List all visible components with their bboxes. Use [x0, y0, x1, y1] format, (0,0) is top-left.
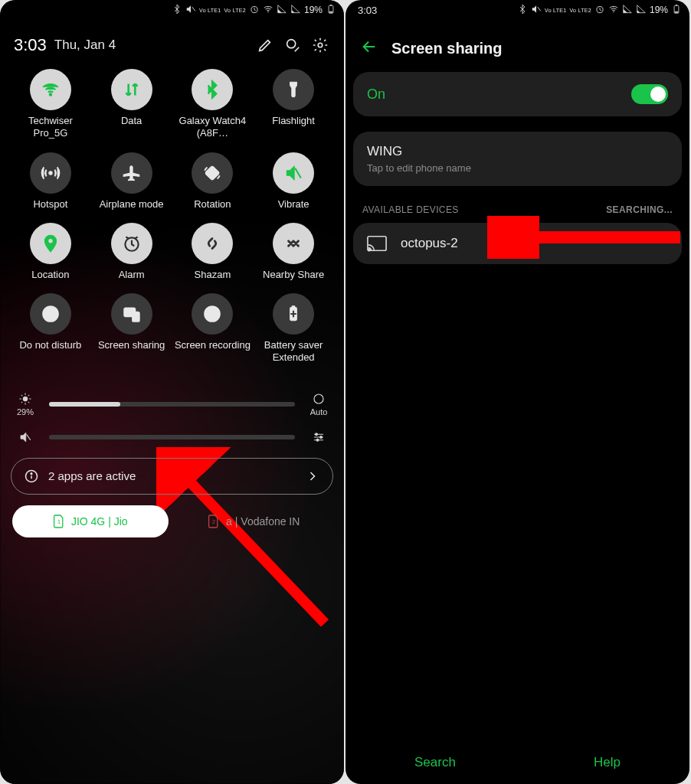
volte2-indicator: Vo LTE2 — [224, 8, 246, 13]
signal2-icon — [290, 4, 301, 17]
active-apps-text: 2 apps are active — [48, 469, 136, 482]
tile-screen-sharing[interactable]: Screen sharing — [93, 293, 170, 364]
tile-dnd[interactable]: Do not disturb — [12, 293, 89, 364]
tile-bluetooth[interactable]: Galaxy Watch4 (A8F… — [175, 69, 251, 140]
tile-label: Galaxy Watch4 (A8F… — [175, 115, 251, 140]
page-title: Screen sharing — [391, 40, 503, 57]
mute-icon — [185, 4, 196, 17]
volte2-indicator: Vo LTE2 — [570, 8, 591, 13]
volte1-indicator: Vo LTE1 — [545, 8, 566, 13]
svg-point-25 — [23, 397, 28, 401]
tile-airplane[interactable]: Airplane mode — [93, 152, 170, 211]
edit-icon[interactable] — [255, 35, 275, 55]
phone-name-hint: Tap to edit phone name — [367, 162, 471, 174]
svg-point-13 — [48, 239, 52, 243]
sim2-button[interactable]: 2 a | Vodafone IN — [176, 505, 332, 537]
signal1-icon — [277, 4, 287, 17]
svg-rect-5 — [329, 11, 333, 12]
battery-icon — [326, 4, 336, 17]
svg-point-29 — [320, 436, 323, 438]
tile-hotspot[interactable]: Hotspot — [12, 152, 89, 211]
tile-label: Shazam — [195, 269, 231, 281]
tile-label: Flashlight — [272, 115, 315, 127]
phone-name-card[interactable]: WING Tap to edit phone name — [353, 132, 682, 186]
tile-label: Vibrate — [278, 198, 309, 211]
sim-row: 1 JIO 4G | Jio 2 a | Vodafone IN — [11, 495, 333, 545]
tile-label: Alarm — [119, 269, 145, 281]
svg-line-37 — [538, 7, 541, 11]
tile-battery-saver[interactable]: Battery saver Extended — [255, 293, 332, 364]
svg-rect-41 — [676, 5, 677, 5]
tile-location[interactable]: Location — [12, 223, 89, 281]
svg-rect-20 — [133, 312, 139, 322]
active-apps-pill[interactable]: 2 apps are active — [11, 458, 333, 495]
brightness-icon: 29% — [12, 392, 38, 416]
status-bar: Vo LTE1 Vo LTE2 19% — [0, 0, 344, 20]
volume-slider[interactable] — [49, 435, 295, 439]
on-label: On — [367, 87, 385, 103]
back-icon[interactable] — [361, 38, 378, 58]
tile-data[interactable]: Data — [93, 69, 170, 140]
quick-tiles-grid: Techwiser Pro_5G Data Galaxy Watch4 (A8F… — [11, 69, 333, 364]
search-icon[interactable] — [283, 35, 303, 55]
section-label: AVAILABLE DEVICES — [362, 204, 459, 215]
volte1-indicator: Vo LTE1 — [199, 8, 221, 13]
phone-name: WING — [367, 144, 402, 159]
tile-label: Hotspot — [33, 198, 67, 211]
settings-icon[interactable] — [310, 35, 330, 55]
svg-point-33 — [31, 472, 32, 474]
svg-line-7 — [295, 47, 300, 52]
tile-label: Data — [121, 115, 142, 127]
device-name: octopus-2 — [401, 236, 458, 251]
tile-flashlight[interactable]: Flashlight — [255, 69, 332, 140]
battery-pct: 19% — [304, 5, 323, 15]
toggle-switch[interactable] — [631, 84, 668, 104]
wifi-icon — [263, 4, 273, 17]
help-button[interactable]: Help — [594, 755, 621, 770]
battery-pct: 19% — [650, 5, 668, 15]
search-button[interactable]: Search — [414, 755, 456, 770]
quick-settings-panel: Vo LTE1 Vo LTE2 19% 3:03 Thu, Jan 4 Tech… — [0, 0, 344, 784]
bottom-actions: Search Help — [346, 755, 689, 770]
bluetooth-icon — [172, 4, 182, 17]
status-time: 3:03 — [353, 5, 377, 16]
sound-settings-icon[interactable] — [306, 430, 332, 444]
status-bar: 3:03 Vo LTE1 Vo LTE2 19% — [346, 0, 689, 20]
signal2-icon — [636, 4, 647, 17]
svg-point-22 — [210, 311, 216, 317]
qs-date: Thu, Jan 4 — [54, 38, 116, 53]
auto-brightness-toggle[interactable]: Auto — [306, 392, 332, 416]
svg-rect-42 — [675, 11, 679, 12]
svg-point-10 — [49, 171, 52, 174]
volume-slider-row — [12, 430, 332, 444]
mute-icon — [531, 4, 542, 17]
svg-line-27 — [27, 434, 31, 440]
svg-text:1: 1 — [57, 518, 61, 525]
tile-screen-recording[interactable]: Screen recording — [175, 293, 251, 364]
device-item[interactable]: octopus-2 — [353, 223, 682, 264]
tile-label: Battery saver Extended — [255, 339, 332, 364]
tile-vibrate[interactable]: Vibrate — [255, 152, 332, 211]
on-toggle-card[interactable]: On — [353, 72, 682, 116]
info-icon — [24, 469, 39, 484]
volume-mute-icon — [12, 430, 38, 444]
svg-point-44 — [368, 249, 370, 251]
tile-wifi[interactable]: Techwiser Pro_5G — [12, 69, 89, 140]
screen-sharing-header: Screen sharing — [346, 20, 689, 72]
chevron-right-icon — [305, 469, 320, 484]
tile-shazam[interactable]: Shazam — [175, 223, 251, 281]
sim2-label: a | Vodafone IN — [226, 515, 300, 528]
tile-label: Do not disturb — [19, 339, 81, 351]
tile-label: Rotation — [194, 198, 231, 211]
brightness-slider-row: 29% Auto — [12, 392, 332, 416]
battery-icon — [671, 4, 682, 17]
signal1-icon — [622, 4, 633, 17]
tile-rotation[interactable]: Rotation — [175, 152, 251, 211]
tile-alarm[interactable]: Alarm — [93, 223, 170, 281]
searching-status: SEARCHING... — [606, 204, 673, 215]
sim1-button[interactable]: 1 JIO 4G | Jio — [12, 505, 169, 537]
svg-point-6 — [287, 40, 296, 48]
brightness-slider[interactable] — [49, 402, 295, 407]
tile-nearby-share[interactable]: Nearby Share — [255, 223, 332, 281]
svg-line-12 — [295, 168, 301, 178]
